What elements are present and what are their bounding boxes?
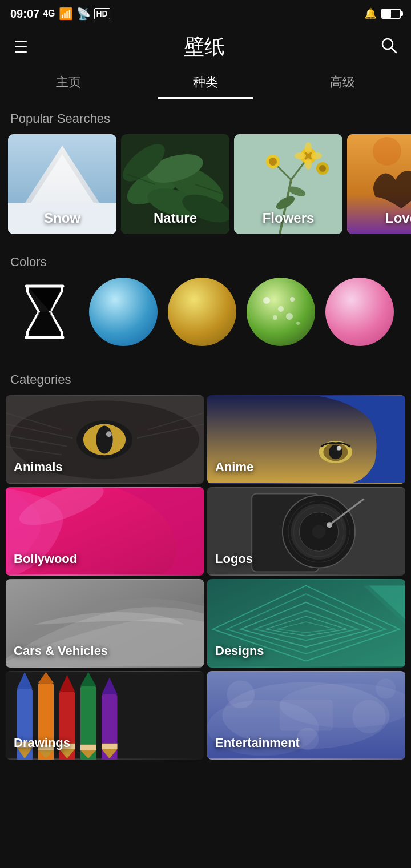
svg-point-36 [278, 306, 284, 312]
color-circle-gold [168, 278, 236, 346]
color-circle-green [247, 278, 315, 346]
svg-point-32 [373, 137, 401, 166]
popular-searches-header: Popular Searches [0, 99, 411, 134]
menu-button[interactable]: ☰ [14, 38, 28, 57]
svg-point-29 [295, 152, 306, 159]
color-green[interactable] [247, 278, 315, 346]
svg-point-58 [337, 446, 341, 451]
color-gold[interactable] [168, 278, 236, 346]
category-bollywood-label: Bollywood [6, 542, 204, 576]
search-card-love-label: Love [347, 210, 411, 226]
category-entertainment[interactable]: Entertainment [207, 671, 405, 760]
search-card-love[interactable]: Love [347, 134, 411, 234]
top-bar: ☰ 壁纸 [0, 27, 411, 67]
time-display: 09:07 [10, 7, 39, 21]
hourglass-icon [19, 280, 70, 343]
category-entertainment-label: Entertainment [207, 726, 405, 760]
svg-point-53 [106, 431, 112, 437]
svg-point-24 [269, 158, 277, 166]
color-circle-blue [89, 278, 158, 346]
color-blue[interactable] [89, 278, 158, 346]
status-left: 09:07 4G 📶 📡 HD [10, 7, 110, 21]
svg-point-38 [273, 315, 277, 320]
search-card-snow-label: Snow [8, 210, 116, 226]
wifi-icon: 📡 [76, 7, 91, 21]
categories-grid: Animals Anime [0, 395, 411, 760]
category-designs[interactable]: Designs [207, 579, 405, 668]
colors-scroll [0, 278, 411, 360]
app-title: 壁纸 [184, 33, 225, 61]
svg-point-27 [305, 142, 312, 154]
color-pink[interactable] [325, 278, 394, 346]
svg-point-39 [286, 313, 293, 320]
category-anime[interactable]: Anime [207, 395, 405, 484]
vibrate-icon: 🔔 [364, 7, 377, 20]
svg-point-35 [263, 297, 270, 304]
category-designs-label: Designs [207, 634, 405, 668]
colors-section-header: Colors [0, 242, 411, 278]
category-drawings[interactable]: Drawings [6, 671, 204, 760]
category-animals-label: Animals [6, 451, 204, 484]
tab-categories[interactable]: 种类 [137, 74, 274, 99]
category-drawings-label: Drawings [6, 726, 204, 760]
status-right: 🔔 [364, 7, 401, 20]
svg-point-37 [290, 297, 295, 302]
tab-advanced[interactable]: 高级 [274, 74, 411, 99]
popular-searches-scroll: Snow Nature [0, 134, 411, 242]
svg-point-109 [376, 678, 396, 698]
svg-point-26 [319, 165, 326, 172]
search-button[interactable] [380, 37, 397, 58]
svg-point-40 [296, 322, 300, 325]
categories-section-header: Categories [0, 360, 411, 395]
search-card-nature-label: Nature [121, 210, 229, 226]
category-logos-label: Logos [207, 542, 405, 576]
svg-point-52 [96, 426, 112, 454]
search-card-snow[interactable]: Snow [8, 134, 116, 234]
svg-line-1 [392, 48, 396, 53]
category-cars[interactable]: Cars & Vehicles [6, 579, 204, 668]
color-circle-pink [325, 278, 394, 346]
svg-point-66 [312, 525, 325, 538]
color-hourglass[interactable] [10, 278, 79, 346]
category-cars-label: Cars & Vehicles [6, 634, 204, 668]
category-anime-label: Anime [207, 451, 405, 484]
search-card-flowers[interactable]: Flowers [234, 134, 342, 234]
search-card-nature[interactable]: Nature [121, 134, 229, 234]
svg-point-30 [311, 152, 322, 159]
search-card-flowers-label: Flowers [234, 210, 342, 226]
tab-home[interactable]: 主页 [0, 74, 137, 99]
status-bar: 09:07 4G 📶 📡 HD 🔔 [0, 0, 411, 27]
signal-icon: 📶 [59, 7, 73, 21]
svg-point-106 [227, 680, 255, 708]
tab-bar: 主页 种类 高级 [0, 67, 411, 99]
category-animals[interactable]: Animals [6, 395, 204, 484]
hd-label: HD [94, 8, 110, 19]
svg-point-70 [327, 522, 332, 528]
category-bollywood[interactable]: Bollywood [6, 487, 204, 576]
category-logos[interactable]: Logos [207, 487, 405, 576]
network-icon: 4G [43, 9, 55, 19]
battery-icon [381, 9, 401, 19]
svg-point-28 [305, 158, 312, 170]
